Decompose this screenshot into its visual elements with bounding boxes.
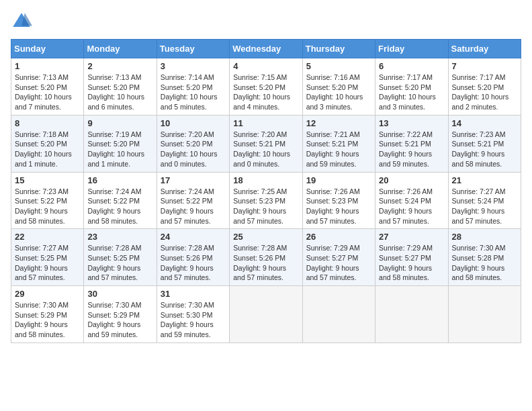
calendar-cell: 23Sunrise: 7:28 AMSunset: 5:25 PMDayligh… xyxy=(84,229,157,286)
calendar-week-row: 15Sunrise: 7:23 AMSunset: 5:22 PMDayligh… xyxy=(11,172,521,229)
sunset-time: Sunset: 5:27 PM xyxy=(379,254,431,262)
calendar-cell xyxy=(302,286,375,343)
calendar-cell: 13Sunrise: 7:22 AMSunset: 5:21 PMDayligh… xyxy=(375,115,448,172)
day-info: Sunrise: 7:19 AMSunset: 5:20 PMDaylight:… xyxy=(87,130,152,169)
sunset-time: Sunset: 5:28 PM xyxy=(452,254,504,262)
sunrise-time: Sunrise: 7:16 AM xyxy=(306,73,360,81)
sunset-time: Sunset: 5:23 PM xyxy=(306,197,359,205)
calendar-week-row: 1Sunrise: 7:13 AMSunset: 5:20 PMDaylight… xyxy=(11,58,521,116)
day-number: 26 xyxy=(306,232,371,242)
calendar-cell: 28Sunrise: 7:30 AMSunset: 5:28 PMDayligh… xyxy=(448,229,521,286)
day-info: Sunrise: 7:29 AMSunset: 5:27 PMDaylight:… xyxy=(379,243,444,283)
calendar-cell: 9Sunrise: 7:19 AMSunset: 5:20 PMDaylight… xyxy=(84,115,157,172)
calendar-week-row: 22Sunrise: 7:27 AMSunset: 5:25 PMDayligh… xyxy=(11,229,521,286)
calendar-cell xyxy=(448,286,521,343)
sunrise-time: Sunrise: 7:26 AM xyxy=(379,187,433,195)
calendar-cell: 17Sunrise: 7:24 AMSunset: 5:22 PMDayligh… xyxy=(157,172,229,229)
day-info: Sunrise: 7:13 AMSunset: 5:20 PMDaylight:… xyxy=(87,73,152,112)
day-number: 4 xyxy=(233,61,298,71)
day-info: Sunrise: 7:30 AMSunset: 5:29 PMDaylight:… xyxy=(15,300,80,340)
day-number: 31 xyxy=(161,289,226,299)
calendar-cell: 12Sunrise: 7:21 AMSunset: 5:21 PMDayligh… xyxy=(302,115,375,172)
daylight-label: Daylight: 9 hours and 58 minutes. xyxy=(87,207,140,225)
daylight-label: Daylight: 9 hours and 58 minutes. xyxy=(452,264,505,282)
calendar-cell: 19Sunrise: 7:26 AMSunset: 5:23 PMDayligh… xyxy=(302,172,375,229)
daylight-label: Daylight: 9 hours and 59 minutes. xyxy=(161,320,214,338)
sunrise-time: Sunrise: 7:17 AM xyxy=(379,73,433,81)
daylight-label: Daylight: 9 hours and 57 minutes. xyxy=(306,207,359,225)
sunset-time: Sunset: 5:25 PM xyxy=(87,254,140,262)
column-header-tuesday: Tuesday xyxy=(157,40,229,58)
day-number: 16 xyxy=(87,175,152,185)
day-number: 8 xyxy=(15,118,80,128)
sunrise-time: Sunrise: 7:30 AM xyxy=(87,301,141,309)
sunrise-time: Sunrise: 7:29 AM xyxy=(379,244,433,252)
calendar-cell: 25Sunrise: 7:28 AMSunset: 5:26 PMDayligh… xyxy=(230,229,302,286)
sunset-time: Sunset: 5:27 PM xyxy=(306,254,359,262)
daylight-label: Daylight: 9 hours and 57 minutes. xyxy=(15,264,68,282)
sunrise-time: Sunrise: 7:24 AM xyxy=(161,187,214,195)
day-number: 13 xyxy=(379,118,444,128)
day-number: 1 xyxy=(15,61,80,71)
sunset-time: Sunset: 5:20 PM xyxy=(306,83,359,91)
daylight-label: Daylight: 10 hours and 1 minute. xyxy=(87,150,144,168)
calendar-cell: 11Sunrise: 7:20 AMSunset: 5:21 PMDayligh… xyxy=(230,115,302,172)
calendar-cell xyxy=(375,286,448,343)
calendar-cell: 18Sunrise: 7:25 AMSunset: 5:23 PMDayligh… xyxy=(230,172,302,229)
svg-marker-1 xyxy=(21,13,32,26)
day-info: Sunrise: 7:18 AMSunset: 5:20 PMDaylight:… xyxy=(15,130,80,169)
sunset-time: Sunset: 5:26 PM xyxy=(161,254,213,262)
sunrise-time: Sunrise: 7:25 AM xyxy=(233,187,287,195)
sunset-time: Sunset: 5:20 PM xyxy=(87,140,140,148)
sunrise-time: Sunrise: 7:17 AM xyxy=(452,73,506,81)
day-number: 10 xyxy=(161,118,226,128)
sunset-time: Sunset: 5:20 PM xyxy=(161,140,213,148)
day-info: Sunrise: 7:28 AMSunset: 5:25 PMDaylight:… xyxy=(87,243,152,283)
day-info: Sunrise: 7:20 AMSunset: 5:20 PMDaylight:… xyxy=(161,130,226,169)
column-header-wednesday: Wednesday xyxy=(230,40,302,58)
sunset-time: Sunset: 5:25 PM xyxy=(15,254,67,262)
sunrise-time: Sunrise: 7:22 AM xyxy=(379,130,433,138)
daylight-label: Daylight: 9 hours and 57 minutes. xyxy=(233,264,286,282)
sunset-time: Sunset: 5:24 PM xyxy=(452,197,504,205)
sunset-time: Sunset: 5:21 PM xyxy=(306,140,359,148)
calendar-header-row: SundayMondayTuesdayWednesdayThursdayFrid… xyxy=(11,40,521,58)
sunrise-time: Sunrise: 7:19 AM xyxy=(87,130,141,138)
day-info: Sunrise: 7:30 AMSunset: 5:30 PMDaylight:… xyxy=(161,300,226,340)
sunrise-time: Sunrise: 7:30 AM xyxy=(452,244,506,252)
sunrise-time: Sunrise: 7:29 AM xyxy=(306,244,360,252)
day-number: 20 xyxy=(379,175,444,185)
page-header xyxy=(11,11,521,32)
daylight-label: Daylight: 9 hours and 59 minutes. xyxy=(379,150,432,168)
sunset-time: Sunset: 5:22 PM xyxy=(161,197,213,205)
day-info: Sunrise: 7:15 AMSunset: 5:20 PMDaylight:… xyxy=(233,73,298,112)
day-number: 17 xyxy=(161,175,226,185)
sunrise-time: Sunrise: 7:30 AM xyxy=(161,301,214,309)
day-number: 14 xyxy=(452,118,517,128)
daylight-label: Daylight: 9 hours and 57 minutes. xyxy=(452,207,505,225)
day-info: Sunrise: 7:23 AMSunset: 5:21 PMDaylight:… xyxy=(452,130,517,169)
sunrise-time: Sunrise: 7:28 AM xyxy=(233,244,287,252)
day-number: 30 xyxy=(87,289,152,299)
sunset-time: Sunset: 5:30 PM xyxy=(161,311,213,319)
day-info: Sunrise: 7:29 AMSunset: 5:27 PMDaylight:… xyxy=(306,243,371,283)
day-info: Sunrise: 7:22 AMSunset: 5:21 PMDaylight:… xyxy=(379,130,444,169)
sunrise-time: Sunrise: 7:21 AM xyxy=(306,130,360,138)
calendar-cell xyxy=(230,286,302,343)
daylight-label: Daylight: 9 hours and 57 minutes. xyxy=(87,264,140,282)
calendar-cell: 5Sunrise: 7:16 AMSunset: 5:20 PMDaylight… xyxy=(302,58,375,116)
sunrise-time: Sunrise: 7:27 AM xyxy=(452,187,506,195)
logo xyxy=(11,11,35,32)
sunrise-time: Sunrise: 7:23 AM xyxy=(452,130,506,138)
sunrise-time: Sunrise: 7:24 AM xyxy=(87,187,141,195)
day-number: 19 xyxy=(306,175,371,185)
calendar-cell: 4Sunrise: 7:15 AMSunset: 5:20 PMDaylight… xyxy=(230,58,302,116)
day-info: Sunrise: 7:20 AMSunset: 5:21 PMDaylight:… xyxy=(233,130,298,169)
day-number: 23 xyxy=(87,232,152,242)
daylight-label: Daylight: 9 hours and 57 minutes. xyxy=(233,207,286,225)
daylight-label: Daylight: 10 hours and 6 minutes. xyxy=(87,93,144,111)
sunset-time: Sunset: 5:21 PM xyxy=(452,140,504,148)
day-number: 7 xyxy=(452,61,517,71)
calendar-cell: 29Sunrise: 7:30 AMSunset: 5:29 PMDayligh… xyxy=(11,286,84,343)
calendar-cell: 6Sunrise: 7:17 AMSunset: 5:20 PMDaylight… xyxy=(375,58,448,116)
